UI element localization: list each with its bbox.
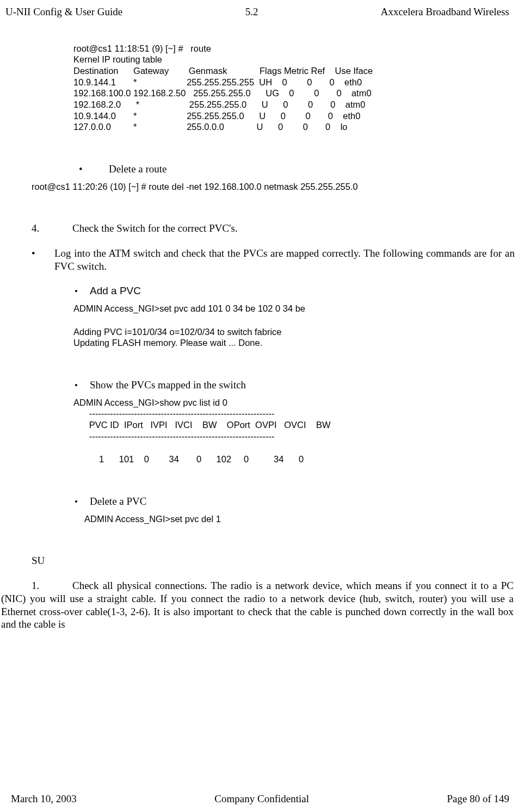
delete-pvc-command: ADMIN Access_NGI>set pvc del 1 — [84, 513, 515, 525]
bullet-label: Delete a route — [109, 163, 167, 176]
step-number: 1. — [32, 579, 72, 592]
bullet-show-pvc: • Show the PVCs mapped in the switch — [73, 379, 515, 392]
bullet-icon: • — [73, 496, 90, 507]
bullet-delete-route: • Delete a route — [73, 163, 515, 176]
step-text: Check all physical connections. The radi… — [1, 580, 514, 630]
su-heading: SU — [32, 554, 515, 567]
footer-center: Company Confidential — [214, 792, 309, 805]
route-table-head: Destination Gateway Genmask Flags Metric… — [73, 65, 515, 77]
header-center: 5.2 — [245, 5, 258, 18]
page: U-NII Config & User Guide 5.2 Axxcelera … — [0, 0, 531, 812]
add-pvc-output: Adding PVC i=101/0/34 o=102/0/34 to swit… — [73, 326, 515, 338]
bullet-label: Add a PVC — [90, 284, 141, 297]
route-row: 127.0.0.0 * 255.0.0.0 U 0 0 0 lo — [73, 121, 515, 133]
bullet-log-switch: • Log into the ATM switch and check that… — [32, 247, 515, 273]
header-right: Axxcelera Broadband Wireless — [381, 5, 509, 18]
step-4: 4. Check the Switch for the correct PVC'… — [32, 222, 515, 235]
step-number: 4. — [32, 222, 72, 235]
bullet-icon: • — [73, 380, 90, 391]
footer-right: Page 80 of 149 — [447, 792, 509, 805]
footer-left: March 10, 2003 — [11, 792, 77, 805]
route-table-title: Kernel IP routing table — [73, 54, 515, 65]
bullet-icon: • — [73, 163, 109, 176]
route-command: root@cs1 11:18:51 (9) [~] # route — [73, 43, 515, 54]
route-row: 192.168.100.0 192.168.2.50 255.255.255.0… — [73, 88, 515, 99]
show-pvc-sep: ----------------------------------------… — [82, 431, 515, 442]
add-pvc-command: ADMIN Access_NGI>set pvc add 101 0 34 be… — [73, 303, 515, 314]
show-pvc-header: PVC ID IPort IVPI IVCI BW OPort OVPI OVC… — [82, 419, 515, 431]
bullet-label: Show the PVCs mapped in the switch — [90, 379, 246, 392]
bullet-add-pvc: • Add a PVC — [73, 284, 515, 297]
route-row: 10.9.144.0 * 255.255.255.0 U 0 0 0 eth0 — [73, 110, 515, 122]
bullet-text: Log into the ATM switch and check that t… — [54, 247, 515, 273]
show-pvc-sep: ----------------------------------------… — [82, 408, 515, 419]
show-pvc-command: ADMIN Access_NGI>show pvc list id 0 — [73, 397, 515, 408]
bullet-label: Delete a PVC — [90, 495, 146, 508]
step-text: Check the Switch for the correct PVC's. — [72, 222, 238, 235]
delete-route-command: root@cs1 11:20:26 (10) [~] # route del -… — [32, 181, 515, 193]
route-row: 10.9.144.1 * 255.255.255.255 UH 0 0 0 et… — [73, 77, 515, 88]
page-content: root@cs1 11:18:51 (9) [~] # route Kernel… — [0, 43, 515, 631]
add-pvc-output: Updating FLASH memory. Please wait ... D… — [73, 337, 515, 349]
bullet-delete-pvc: • Delete a PVC — [73, 495, 515, 508]
bullet-icon: • — [73, 286, 90, 297]
bullet-icon: • — [32, 247, 54, 273]
header-left: U-NII Config & User Guide — [5, 5, 122, 18]
page-footer: March 10, 2003 Company Confidential Page… — [5, 792, 515, 805]
page-header: U-NII Config & User Guide 5.2 Axxcelera … — [0, 5, 515, 18]
show-pvc-row: 1 101 0 34 0 102 0 34 0 — [82, 454, 515, 465]
route-row: 192.168.2.0 * 255.255.255.0 U 0 0 0 atm0 — [73, 99, 515, 110]
su-step-1: 1.Check all physical connections. The ra… — [1, 579, 514, 631]
